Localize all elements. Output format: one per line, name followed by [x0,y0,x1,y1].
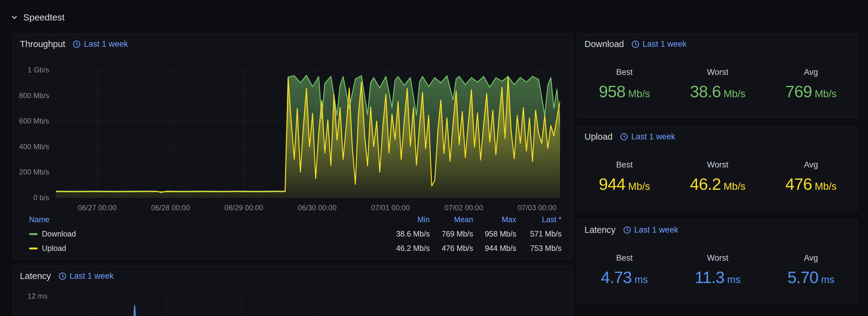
stat-value: 38.6Mb/s [690,82,746,101]
legend-value-min: 46.2 Mb/s [384,244,430,253]
stat-value: 4.73ms [601,268,648,287]
panel-header: Throughput Last 1 week [13,34,573,54]
chevron-down-icon [10,13,18,22]
stat-worst: Worst 11.3ms [671,253,764,287]
clock-icon [58,272,67,280]
stat-avg: Avg 769Mb/s [764,68,858,101]
panel-header: Upload Last 1 week [578,127,858,147]
x-axis-tick-label: 07/03 00:00 [503,203,571,212]
stat-label: Worst [707,253,728,263]
y-axis-tick-label: 800 Mb/s [13,91,49,100]
legend-series-name-download[interactable]: Download [42,230,76,238]
time-range-badge[interactable]: Last 1 week [58,271,114,281]
latency-chart-plot[interactable] [51,290,560,316]
stat-value: 769Mb/s [785,82,837,101]
stat-label: Worst [707,68,728,77]
time-range-badge[interactable]: Last 1 week [72,39,128,49]
stats-row: Best 4.73ms Worst 11.3ms Avg 5.70ms [578,253,858,287]
panel-download-stat: Download Last 1 week Best 958Mb/s Worst … [578,34,858,118]
download-series-swatch [29,233,38,235]
legend-value-last: 753 Mb/s [516,244,562,253]
clock-icon [631,40,640,48]
legend-value-min: 38.6 Mb/s [384,230,430,238]
legend-value-mean: 476 Mb/s [430,244,473,253]
legend-value-max: 958 Mb/s [473,230,516,238]
panel-header: Latency Last 1 week [13,266,573,286]
panel-title-latency[interactable]: Latency [585,225,616,235]
x-axis-tick-label: 07/02 00:00 [430,203,497,212]
stats-row: Best 958Mb/s Worst 38.6Mb/s Avg 769Mb/s [578,68,858,101]
legend-header-mean[interactable]: Mean [430,215,473,224]
section-row-speedtest[interactable]: Speedtest [10,12,65,23]
y-axis-tick-label: 1 Gb/s [13,65,49,75]
section-title: Speedtest [23,12,65,23]
legend-row-download: Download 38.6 Mb/s 769 Mb/s 958 Mb/s 571… [29,227,562,241]
stat-label: Avg [804,253,818,263]
stat-value: 958Mb/s [599,82,650,101]
legend-series-name-upload[interactable]: Upload [42,244,66,253]
throughput-chart-plot[interactable] [56,66,560,198]
legend-header-min[interactable]: Min [384,215,430,224]
panel-header: Latency Last 1 week [578,220,858,240]
time-range-badge[interactable]: Last 1 week [620,132,675,141]
panel-throughput: Throughput Last 1 week Name Min Mean Max… [13,34,573,259]
legend-value-last: 571 Mb/s [516,230,562,238]
stat-best: Best 958Mb/s [578,68,671,101]
stat-label: Worst [707,160,728,170]
stat-label: Best [616,253,632,263]
x-axis-tick-label: 06/30 00:00 [283,203,351,212]
stat-avg: Avg 476Mb/s [764,160,858,194]
legend-value-max: 944 Mb/s [473,244,516,253]
time-range-badge[interactable]: Last 1 week [623,225,678,235]
time-range-badge[interactable]: Last 1 week [631,39,687,49]
stat-value: 5.70ms [787,268,834,287]
legend-value-mean: 769 Mb/s [430,230,473,238]
time-range-label: Last 1 week [70,271,114,281]
panel-title-latency-chart[interactable]: Latency [20,271,51,281]
stat-label: Best [616,160,632,170]
upload-series-swatch [29,248,38,249]
legend-header-last[interactable]: Last * [516,215,562,224]
legend-header-max[interactable]: Max [473,215,516,224]
legend-table: Name Min Mean Max Last * Download 38.6 M… [29,212,562,255]
x-axis-tick-label: 07/01 00:00 [357,203,424,212]
panel-latency-stat: Latency Last 1 week Best 4.73ms Worst 11… [578,219,858,304]
y-axis-tick-label: 400 Mb/s [13,142,49,151]
stat-value: 944Mb/s [599,175,650,194]
legend-row-upload: Upload 46.2 Mb/s 476 Mb/s 944 Mb/s 753 M… [29,241,562,255]
stat-avg: Avg 5.70ms [764,253,858,287]
legend-header-row: Name Min Mean Max Last * [29,212,562,227]
y-axis-tick-label: 200 Mb/s [13,168,49,177]
stat-label: Avg [804,68,818,77]
stat-worst: Worst 46.2Mb/s [671,160,764,194]
x-axis-tick-label: 06/29 00:00 [210,203,277,212]
stat-value: 11.3ms [694,268,740,287]
grafana-dashboard: { "section": { "title": "Speedtest" }, "… [0,0,868,316]
panel-latency-chart: Latency Last 1 week 12 ms [13,266,573,316]
clock-icon [72,40,81,48]
clock-icon [623,226,631,234]
y-axis-tick-label: 0 b/s [13,193,49,202]
panel-title-throughput[interactable]: Throughput [20,39,65,49]
stat-value: 46.2Mb/s [690,175,746,194]
y-axis-tick-label: 600 Mb/s [13,116,49,126]
y-axis-tick-label: 12 ms [13,291,48,301]
panel-header: Download Last 1 week [578,34,858,54]
legend-header-name[interactable]: Name [29,215,384,224]
stat-worst: Worst 38.6Mb/s [671,68,764,101]
time-range-label: Last 1 week [634,225,678,235]
x-axis-tick-label: 06/27 00:00 [64,203,131,212]
time-range-label: Last 1 week [631,132,675,141]
time-range-label: Last 1 week [84,39,128,49]
stats-row: Best 944Mb/s Worst 46.2Mb/s Avg 476Mb/s [578,160,858,194]
stat-label: Avg [804,160,818,170]
stat-label: Best [616,68,632,77]
panel-title-download[interactable]: Download [585,39,624,49]
panel-upload-stat: Upload Last 1 week Best 944Mb/s Worst 46… [578,126,858,210]
panel-title-upload[interactable]: Upload [585,132,613,142]
stat-best: Best 944Mb/s [578,160,671,194]
stat-value: 476Mb/s [785,175,837,194]
time-range-label: Last 1 week [643,39,687,49]
stat-best: Best 4.73ms [578,253,671,287]
x-axis-tick-label: 06/28 00:00 [137,203,204,212]
